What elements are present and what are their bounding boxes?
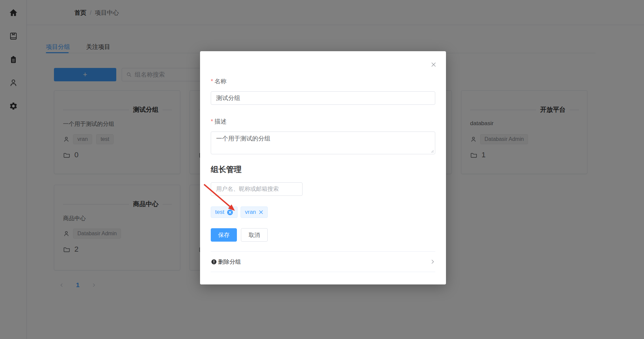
description-field-label: *描述 [211,117,227,125]
delete-group-collapse-row[interactable]: 删除分组 [211,251,435,272]
required-mark: * [211,118,213,125]
group-owner-section-title: 组长管理 [211,164,242,175]
edit-group-dialog: *名称 *描述 一个用于测试的分组 组长管理 test vran [200,51,446,284]
dialog-close-button[interactable] [430,61,438,69]
save-button[interactable]: 保存 [211,228,237,242]
description-textarea[interactable]: 一个用于测试的分组 [211,132,435,154]
remove-user-button[interactable] [227,209,233,216]
delete-group-label: 删除分组 [218,258,241,266]
selected-user-tag: vran [241,206,268,218]
required-mark: * [211,78,213,85]
remove-user-button[interactable] [259,210,263,215]
close-icon [259,210,263,215]
app-root: 首页 / 项目中心 项目分组 关注项目 + 测试分组 一个用于测试的分组 vra… [0,0,644,339]
cancel-button[interactable]: 取消 [241,228,268,242]
name-field-label: *名称 [211,77,227,85]
user-search-input[interactable] [211,182,303,196]
chevron-right-icon [430,259,435,264]
close-icon [431,62,437,68]
circle-close-icon [227,209,233,216]
name-input[interactable] [211,91,435,105]
selected-user-name: vran [245,209,256,216]
selected-user-tag: test [211,206,238,218]
warning-icon [211,259,217,265]
selected-user-name: test [215,209,224,216]
